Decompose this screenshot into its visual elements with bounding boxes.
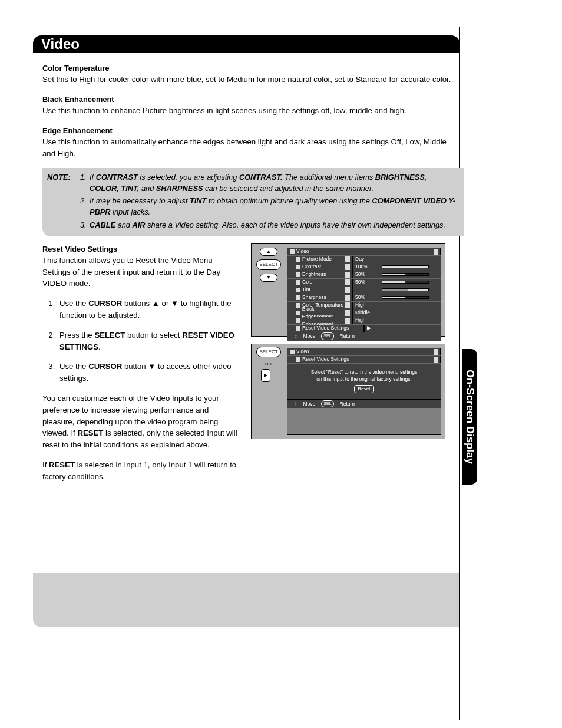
text: button to select (125, 331, 182, 340)
text: If (90, 173, 96, 182)
cursor-down-icon: ▼ (260, 274, 277, 282)
cursor-right-icon: ▶ (261, 369, 270, 382)
text: input jacks. (111, 207, 151, 216)
select-button-icon: SELECT (256, 347, 281, 357)
page-title: Video (33, 35, 459, 53)
osd-footer: ↕Move SELReturn (287, 332, 441, 341)
text: Use the (59, 362, 88, 371)
osd2-sub: Reset Video Settings (302, 355, 349, 363)
osd-menu-row[interactable]: Color50% (287, 279, 441, 286)
step-3: Use the CURSOR button ▼ to access other … (57, 361, 240, 384)
osd2-footer: ↕Move SELReturn (287, 400, 441, 408)
osd-title: Video (296, 248, 309, 255)
text: SHARPNESS (156, 184, 203, 193)
cursor-up-icon: ▲ (260, 248, 277, 256)
note-item-2: It may be necessary to adjust TINT to ob… (80, 195, 456, 218)
note-item-1: NOTE: If CONTRAST is selected, you are a… (80, 172, 456, 194)
note-box: NOTE: If CONTRAST is selected, you are a… (42, 168, 464, 236)
text: Return (340, 400, 355, 408)
reset-msg-2: on this Input to the original factory se… (292, 375, 436, 383)
step-1: Use the CURSOR buttons ▲ or ▼ to highlig… (57, 298, 240, 321)
text: CURSOR (88, 299, 122, 308)
section-title-edge-enh: Edge Enhancement (42, 125, 455, 136)
text: is selected, you are adjusting (138, 173, 239, 182)
text: . (98, 342, 101, 351)
text: share a Video setting. Also, each of the… (146, 220, 445, 229)
move-arrows-icon: ↕ (295, 332, 297, 341)
osd-menu-row[interactable]: Picture ModeDay (287, 256, 441, 263)
note-item-3: CABLE and AIR share a Video setting. Als… (80, 219, 456, 230)
text: CABLE (90, 220, 115, 229)
text: and (139, 184, 156, 193)
side-tab: On-Screen Display (462, 349, 477, 485)
section-title-reset: Reset Video Settings (42, 243, 240, 255)
text: The additional menu items (283, 173, 375, 182)
text: TINT (190, 196, 206, 205)
section-title-color-temp: Color Temperature (42, 62, 455, 74)
reset-msg-1: Select "Reset" to return the video menu … (292, 368, 436, 376)
text: Move (303, 400, 316, 408)
osd2-title: Video (296, 348, 309, 355)
text: Press the (59, 331, 94, 340)
osd-menu-row[interactable]: Tint (287, 286, 441, 294)
osd-menu-row[interactable]: Edge EnhancementHigh (287, 317, 441, 325)
select-button-icon: SELECT (256, 259, 281, 270)
paragraph: You can customize each of the Video Inpu… (42, 393, 240, 451)
paragraph: If RESET is selected in Input 1, only In… (42, 459, 240, 483)
sel-badge: SEL (321, 332, 333, 340)
text: CURSOR (88, 362, 122, 371)
note-label: NOTE: (47, 172, 71, 183)
text: If (42, 460, 49, 469)
osd-panel-reset: SELECT OR ▶ Video Reset Video Settings S… (251, 344, 445, 439)
text: Move (303, 332, 316, 340)
osd-menu-row[interactable]: Contrast100% (287, 263, 441, 271)
vertical-divider (459, 27, 460, 720)
sel-badge: SEL (321, 400, 333, 408)
text: CONTRAST (96, 173, 138, 182)
or-label: OR (265, 361, 272, 368)
section-body-reset: This function allows you to Reset the Vi… (42, 255, 240, 289)
text: AIR (133, 220, 146, 229)
section-body-color-temp: Set this to High for cooler color with m… (42, 74, 455, 85)
text: RESET (77, 429, 103, 437)
text: SELECT (94, 331, 125, 340)
text: Use the (59, 299, 88, 308)
main-content: Color Temperature Set this to High for c… (42, 62, 455, 483)
move-arrows-icon: ↕ (295, 400, 297, 408)
section-title-black-enh: Black Enhancement (42, 94, 455, 105)
osd-menu-row[interactable]: Brightness50% (287, 271, 441, 279)
section-body-edge-enh: Use this function to automatically enhan… (42, 136, 455, 160)
reset-button[interactable]: Reset (354, 385, 375, 393)
osd-menu-row[interactable]: Reset Video Settings▶ (287, 325, 441, 332)
footer-bar (33, 573, 459, 627)
text: and (115, 220, 132, 229)
osd-menu-row[interactable]: Sharpness50% (287, 294, 441, 302)
section-body-black-enh: Use this function to enhance Picture bri… (42, 105, 455, 117)
text: can be selected and adjusted in the same… (203, 184, 373, 193)
text: CONTRAST. (239, 173, 283, 182)
text: Return (340, 332, 355, 340)
text: to obtain optimum picture quality when u… (206, 196, 372, 205)
osd-panel-video-menu: ▲ SELECT ▼ Video Picture ModeDayContrast… (251, 243, 445, 337)
text: It may be necessary to adjust (90, 196, 190, 205)
step-2: Press the SELECT button to select RESET … (57, 330, 240, 353)
text: RESET (49, 460, 75, 469)
